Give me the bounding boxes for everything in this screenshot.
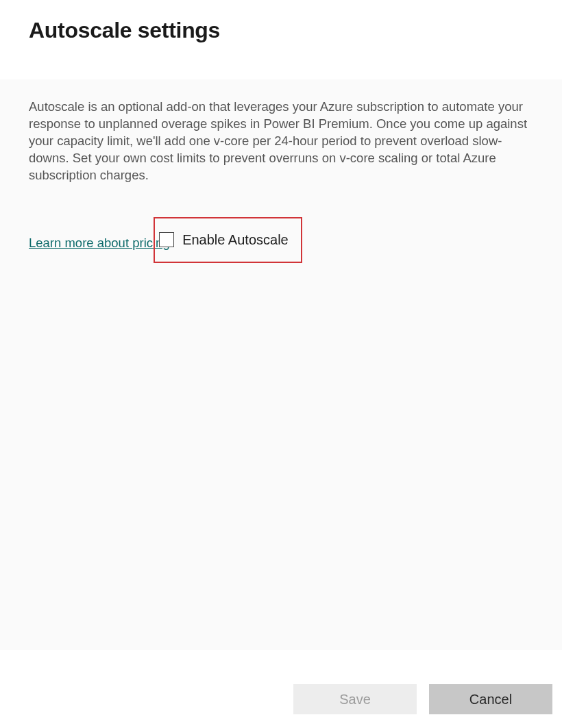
- pricing-link[interactable]: Learn more about pricing: [29, 236, 170, 251]
- enable-autoscale-highlight: Enable Autoscale: [154, 217, 302, 263]
- enable-autoscale-checkbox[interactable]: [159, 232, 174, 247]
- enable-autoscale-row[interactable]: Enable Autoscale: [158, 232, 289, 248]
- button-bar: Save Cancel: [293, 684, 552, 714]
- cancel-button[interactable]: Cancel: [429, 684, 552, 714]
- autoscale-description: Autoscale is an optional add-on that lev…: [29, 99, 533, 184]
- page-title: Autoscale settings: [0, 0, 562, 43]
- settings-panel: Autoscale is an optional add-on that lev…: [0, 79, 562, 650]
- enable-autoscale-label: Enable Autoscale: [182, 232, 289, 248]
- save-button[interactable]: Save: [293, 684, 417, 714]
